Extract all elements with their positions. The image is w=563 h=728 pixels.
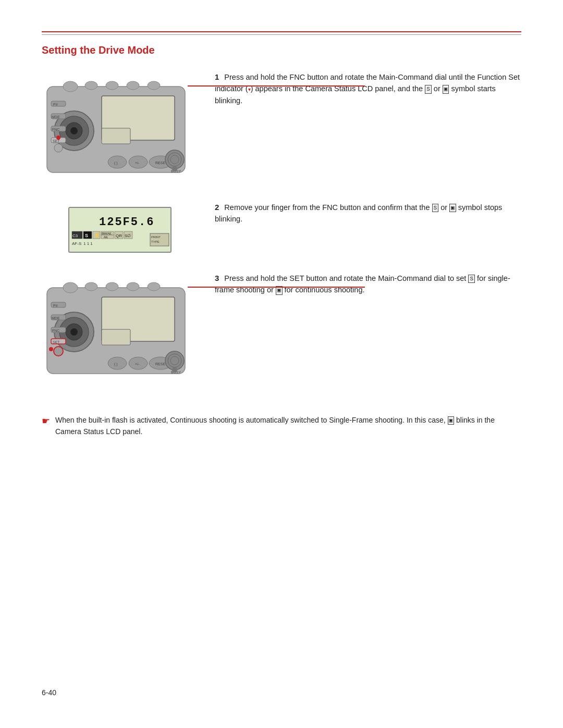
svg-text:S∅: S∅ (125, 233, 131, 238)
svg-point-32 (56, 135, 60, 140)
indicator-arrow: ▾ (248, 85, 251, 94)
svg-point-1 (63, 81, 78, 92)
step3-s-symbol: S (468, 275, 475, 283)
note-section: ☛ When the built-in flash is activated, … (42, 415, 521, 437)
step1-row: P# MDE FNC SET ( ) +/- (42, 71, 521, 182)
svg-text:+/-: +/- (135, 362, 140, 366)
step1-wrapper: P# MDE FNC SET ( ) +/- (42, 71, 521, 182)
svg-text:( ): ( ) (114, 362, 118, 366)
svg-point-5 (148, 81, 160, 90)
step3-number: 3 (215, 274, 219, 282)
svg-text:C3: C3 (72, 233, 78, 238)
svg-text:BM/AE: BM/AE (102, 232, 112, 235)
lcd-panel-svg: 125F5.6 C3 S ⚡ BM/AE AE (68, 206, 172, 253)
step2-number: 2 (215, 203, 219, 212)
svg-text:FNC: FNC (52, 329, 59, 332)
note-c-symbol: ▣ (448, 416, 455, 425)
svg-point-56 (85, 282, 97, 291)
svg-text:+/-: +/- (135, 161, 140, 165)
camera3-svg: P# MDE FNC SET ( ) (42, 272, 190, 381)
svg-text:FNC: FNC (52, 128, 59, 131)
step2-c-symbol: ▣ (449, 204, 456, 212)
svg-point-4 (127, 81, 139, 90)
svg-point-63 (70, 328, 78, 336)
svg-text:AE: AE (104, 236, 108, 239)
svg-text:P#: P# (53, 103, 58, 106)
page-number: 6-40 (42, 688, 56, 697)
step2-s-symbol: S (432, 204, 439, 212)
svg-point-58 (127, 282, 139, 291)
top-red-line (42, 31, 521, 32)
step2-text: 2 Remove your finger from the FNC button… (215, 201, 521, 225)
svg-point-74 (54, 347, 63, 356)
page-container: Setting the Drive Mode (0, 0, 563, 728)
svg-text:⚡: ⚡ (94, 232, 101, 239)
svg-text:SET: SET (53, 139, 60, 143)
svg-point-2 (85, 81, 97, 90)
c-symbol: ▣ (443, 85, 449, 93)
svg-point-20 (54, 144, 63, 152)
svg-text:125F5.6: 125F5.6 (99, 216, 154, 229)
svg-text:SET: SET (53, 340, 60, 344)
svg-point-3 (106, 81, 118, 90)
step2-text-col: 2 Remove your finger from the FNC button… (215, 201, 521, 225)
note-bullet: ☛ (42, 415, 50, 427)
step3-text-col: 3 Press and hold the SET button and rota… (215, 272, 521, 296)
svg-point-86 (172, 367, 177, 373)
svg-text:1 1 1: 1 1 1 (83, 241, 93, 246)
step3-image-col: P# MDE FNC SET ( ) (42, 272, 198, 384)
step1-text: 1 Press and hold the FNC button and rota… (215, 71, 521, 106)
top-gray-line (42, 34, 521, 35)
svg-text:MDE: MDE (52, 316, 60, 320)
s-symbol: S (425, 85, 432, 93)
svg-text:QR: QR (116, 233, 122, 238)
camera1-svg: P# MDE FNC SET ( ) +/- (42, 71, 190, 180)
svg-rect-65 (102, 329, 130, 345)
svg-point-59 (148, 282, 160, 291)
svg-point-75 (49, 347, 53, 351)
note-text: When the built-in flash is activated, Co… (55, 415, 521, 437)
svg-point-9 (70, 127, 78, 134)
step1-image-col: P# MDE FNC SET ( ) +/- (42, 71, 198, 182)
svg-rect-11 (102, 128, 130, 144)
step3-text: 3 Press and hold the SET button and rota… (215, 272, 521, 296)
top-decorative-lines (42, 31, 521, 35)
svg-text:PRINT: PRINT (151, 236, 161, 239)
the-word: the (412, 84, 423, 93)
step1-text-col: 1 Press and hold the FNC button and rota… (215, 71, 521, 106)
step1-pointer-line (188, 85, 365, 87)
svg-point-55 (63, 282, 78, 293)
svg-text:( ): ( ) (114, 161, 118, 165)
svg-text:AF-S: AF-S (72, 241, 81, 246)
svg-point-57 (106, 282, 118, 291)
section-title: Setting the Drive Mode (42, 44, 521, 56)
step3-wrapper: P# MDE FNC SET ( ) (42, 272, 521, 384)
content-area: P# MDE FNC SET ( ) +/- (42, 71, 521, 437)
svg-text:TYPE: TYPE (151, 240, 160, 243)
svg-text:S: S (85, 233, 88, 238)
step1-number: 1 (215, 72, 219, 81)
svg-text:P#: P# (53, 304, 58, 307)
step3-pointer-line (188, 287, 365, 288)
step2-image-col: 125F5.6 C3 S ⚡ BM/AE AE (42, 201, 198, 253)
svg-point-31 (172, 166, 177, 171)
and-hold-set: and hold the SET button (246, 274, 327, 282)
step3-row: P# MDE FNC SET ( ) (42, 272, 521, 384)
svg-text:MDE: MDE (52, 115, 60, 119)
step2-row: 125F5.6 C3 S ⚡ BM/AE AE (42, 201, 521, 253)
